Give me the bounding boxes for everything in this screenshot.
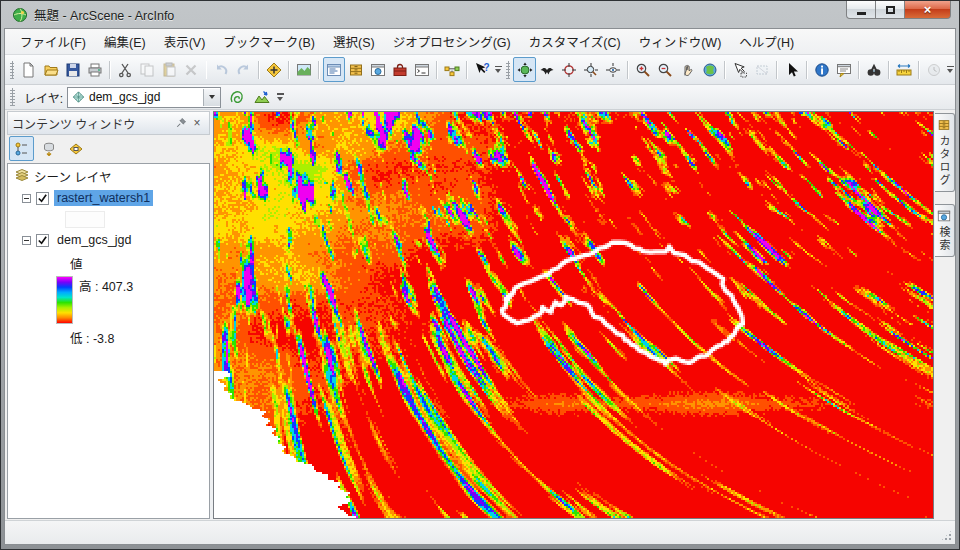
set-observer-button[interactable]: [602, 57, 624, 82]
pan-button[interactable]: [676, 57, 698, 82]
contents-panel-titlebar[interactable]: コンテンツ ウィンドウ ×: [7, 111, 210, 135]
minimize-button[interactable]: [846, 1, 876, 19]
layers-stack-icon: [14, 168, 30, 184]
resize-grip[interactable]: [940, 529, 953, 542]
toolbar-grip[interactable]: [10, 88, 15, 106]
panel-close-button[interactable]: ×: [189, 115, 205, 131]
scene-thumbnail-icon: [296, 62, 312, 78]
observer-eye-icon: [605, 62, 621, 78]
toolbar-overflow-button[interactable]: [493, 59, 503, 81]
fly-button[interactable]: [536, 57, 558, 82]
catalog-window-button[interactable]: [345, 57, 367, 82]
full-extent-button[interactable]: [699, 57, 721, 82]
menu-edit[interactable]: 編集(E): [95, 29, 155, 54]
select-features-button[interactable]: [781, 57, 803, 82]
new-document-button[interactable]: [17, 57, 39, 82]
menu-file[interactable]: ファイル(F): [11, 29, 95, 54]
zoom-out-button[interactable]: [654, 57, 676, 82]
pushpin-icon: [175, 117, 187, 129]
whats-this-button[interactable]: ?: [471, 57, 493, 82]
title-bar[interactable]: 無題 - ArcScene - ArcInfo ×: [4, 1, 956, 28]
menu-windows[interactable]: ウィンドウ(W): [630, 29, 731, 54]
add-data-button[interactable]: [263, 57, 285, 82]
measure-button[interactable]: [893, 57, 915, 82]
pan-hand-icon: [680, 62, 696, 78]
menu-customize[interactable]: カスタマイズ(C): [520, 29, 630, 54]
cut-button[interactable]: [114, 57, 136, 82]
toolbar-grip[interactable]: [506, 61, 510, 79]
layer-checkbox[interactable]: [36, 192, 49, 205]
menu-bookmarks[interactable]: ブックマーク(B): [214, 29, 324, 54]
menu-selection[interactable]: 選択(S): [324, 29, 384, 54]
print-button[interactable]: [84, 57, 106, 82]
whats-this-icon: ?: [474, 62, 490, 78]
layer-row-dem-gcs-jgd[interactable]: dem_gcs_jgd: [8, 230, 209, 250]
maximize-button[interactable]: [876, 1, 905, 19]
main-area: コンテンツ ウィンドウ × シーン レイヤ: [5, 110, 955, 520]
redo-icon: [236, 62, 252, 78]
model-builder-button[interactable]: [441, 57, 463, 82]
tab-search[interactable]: 検索: [935, 204, 955, 257]
search-icon: [937, 209, 951, 223]
arctoolbox-button[interactable]: [389, 57, 411, 82]
toolbar-separator: [776, 61, 778, 79]
toolbar-separator: [888, 61, 890, 79]
layer-name[interactable]: dem_gcs_jgd: [54, 232, 134, 248]
delete-button[interactable]: [180, 57, 202, 82]
scene-layers-root[interactable]: シーン レイヤ: [8, 166, 209, 186]
contents-panel-title: コンテンツ ウィンドウ: [12, 115, 173, 132]
check-icon: [37, 193, 48, 204]
select-by-rectangle-button[interactable]: [751, 57, 773, 82]
contents-window-icon: [326, 62, 342, 78]
pin-button[interactable]: [173, 115, 189, 131]
list-by-drawing-order-button[interactable]: [9, 136, 34, 161]
layer-name[interactable]: rastert_watersh1: [54, 190, 153, 206]
scene-properties-button[interactable]: [293, 57, 315, 82]
animation-button[interactable]: [923, 57, 945, 82]
search-window-icon: [370, 62, 386, 78]
watershed-symbol-swatch[interactable]: [65, 211, 105, 228]
layers-tree: シーン レイヤ rastert_watersh1 dem_gcs_jgd 値: [7, 163, 210, 519]
menu-help[interactable]: ヘルプ(H): [730, 29, 803, 54]
layer-checkbox[interactable]: [36, 234, 49, 247]
paste-icon: [161, 62, 177, 78]
zoom-in-button[interactable]: [632, 57, 654, 82]
layer-combobox[interactable]: dem_gcs_jgd: [67, 87, 221, 108]
list-by-source-button[interactable]: [36, 136, 61, 161]
combobox-dropdown-button[interactable]: [203, 89, 220, 106]
html-popup-button[interactable]: [833, 57, 855, 82]
layer-row-rastert-watersh1[interactable]: rastert_watersh1: [8, 188, 209, 208]
contents-window-button[interactable]: [323, 57, 345, 82]
find-button[interactable]: [863, 57, 885, 82]
toolbar-grip[interactable]: [10, 61, 14, 79]
identify-button[interactable]: [811, 57, 833, 82]
zoom-to-target-button[interactable]: [580, 57, 602, 82]
list-by-visibility-button[interactable]: [63, 136, 88, 161]
scene-canvas[interactable]: [214, 112, 933, 518]
copy-icon: [139, 62, 155, 78]
close-button[interactable]: ×: [905, 1, 951, 19]
legend-low-label: 低 : -3.8: [70, 328, 209, 347]
contours-button[interactable]: [225, 85, 250, 110]
python-window-button[interactable]: [411, 57, 433, 82]
menu-geoprocessing[interactable]: ジオプロセシング(G): [384, 29, 520, 54]
center-on-target-button[interactable]: [558, 57, 580, 82]
collapse-icon[interactable]: [22, 194, 31, 203]
select-graphics-button[interactable]: [729, 57, 751, 82]
open-button[interactable]: [40, 57, 62, 82]
undo-button[interactable]: [210, 57, 232, 82]
toolbar-overflow-button[interactable]: [945, 59, 955, 81]
toolbar-separator: [466, 61, 468, 79]
search-window-button[interactable]: [367, 57, 389, 82]
copy-button[interactable]: [136, 57, 158, 82]
collapse-icon[interactable]: [22, 236, 31, 245]
effects-toolbar: レイヤ: dem_gcs_jgd: [5, 85, 955, 110]
paste-button[interactable]: [158, 57, 180, 82]
toolbar-overflow-button[interactable]: [275, 86, 286, 108]
save-button[interactable]: [62, 57, 84, 82]
menu-view[interactable]: 表示(V): [155, 29, 215, 54]
navigate-button[interactable]: [513, 57, 535, 82]
steepest-path-button[interactable]: [250, 85, 275, 110]
redo-button[interactable]: [233, 57, 255, 82]
tab-catalog[interactable]: カタログ: [935, 113, 955, 192]
